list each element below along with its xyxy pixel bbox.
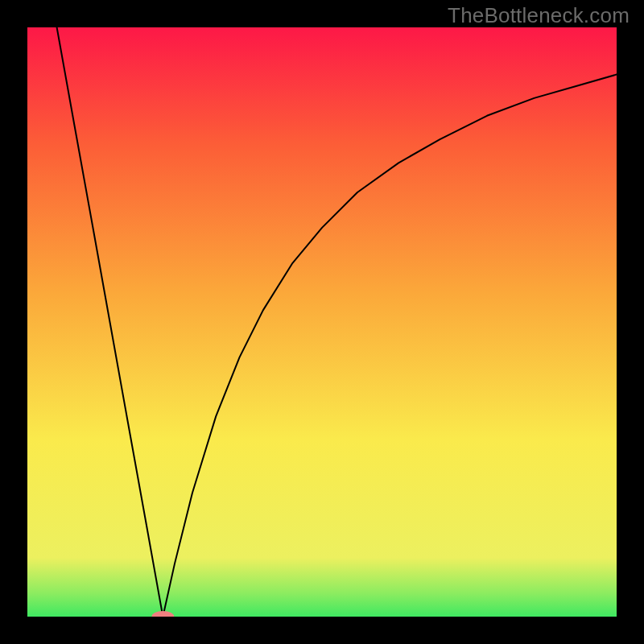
chart-frame: TheBottleneck.com	[0, 0, 644, 644]
gradient-background	[27, 27, 617, 617]
watermark-text: TheBottleneck.com	[448, 3, 630, 28]
bottleneck-chart	[27, 27, 617, 617]
